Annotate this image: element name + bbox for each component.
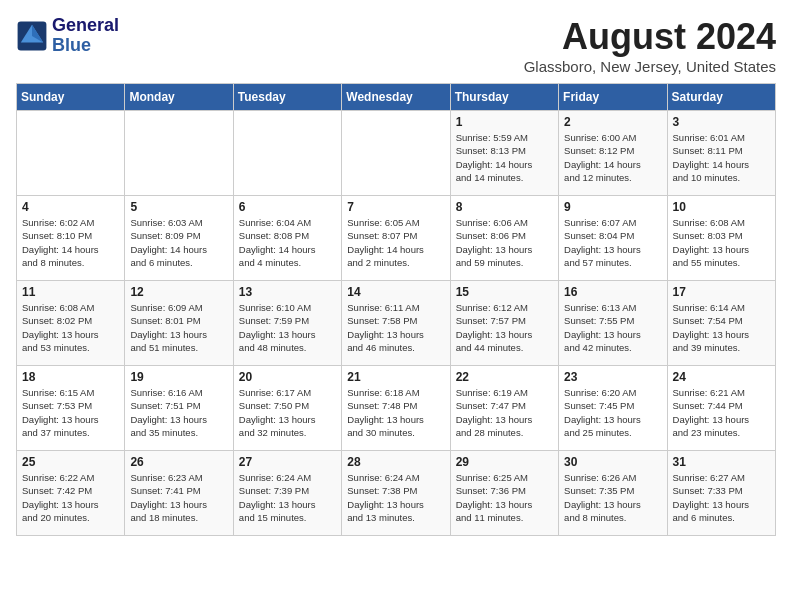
day-info: Sunrise: 6:11 AM Sunset: 7:58 PM Dayligh… (347, 301, 444, 354)
day-number: 23 (564, 370, 661, 384)
day-info: Sunrise: 6:09 AM Sunset: 8:01 PM Dayligh… (130, 301, 227, 354)
calendar-cell: 10Sunrise: 6:08 AM Sunset: 8:03 PM Dayli… (667, 196, 775, 281)
day-number: 2 (564, 115, 661, 129)
calendar-cell: 24Sunrise: 6:21 AM Sunset: 7:44 PM Dayli… (667, 366, 775, 451)
calendar-cell: 15Sunrise: 6:12 AM Sunset: 7:57 PM Dayli… (450, 281, 558, 366)
day-number: 30 (564, 455, 661, 469)
day-info: Sunrise: 6:04 AM Sunset: 8:08 PM Dayligh… (239, 216, 336, 269)
day-number: 8 (456, 200, 553, 214)
day-info: Sunrise: 6:13 AM Sunset: 7:55 PM Dayligh… (564, 301, 661, 354)
calendar-cell: 6Sunrise: 6:04 AM Sunset: 8:08 PM Daylig… (233, 196, 341, 281)
day-info: Sunrise: 5:59 AM Sunset: 8:13 PM Dayligh… (456, 131, 553, 184)
calendar-cell: 11Sunrise: 6:08 AM Sunset: 8:02 PM Dayli… (17, 281, 125, 366)
day-number: 25 (22, 455, 119, 469)
day-number: 12 (130, 285, 227, 299)
calendar-week-row: 25Sunrise: 6:22 AM Sunset: 7:42 PM Dayli… (17, 451, 776, 536)
day-number: 28 (347, 455, 444, 469)
day-number: 13 (239, 285, 336, 299)
calendar-week-row: 18Sunrise: 6:15 AM Sunset: 7:53 PM Dayli… (17, 366, 776, 451)
day-number: 27 (239, 455, 336, 469)
day-number: 19 (130, 370, 227, 384)
day-info: Sunrise: 6:18 AM Sunset: 7:48 PM Dayligh… (347, 386, 444, 439)
day-number: 31 (673, 455, 770, 469)
calendar-cell: 17Sunrise: 6:14 AM Sunset: 7:54 PM Dayli… (667, 281, 775, 366)
day-info: Sunrise: 6:12 AM Sunset: 7:57 PM Dayligh… (456, 301, 553, 354)
calendar-cell: 29Sunrise: 6:25 AM Sunset: 7:36 PM Dayli… (450, 451, 558, 536)
day-number: 6 (239, 200, 336, 214)
calendar-table: SundayMondayTuesdayWednesdayThursdayFrid… (16, 83, 776, 536)
calendar-cell: 30Sunrise: 6:26 AM Sunset: 7:35 PM Dayli… (559, 451, 667, 536)
calendar-cell: 7Sunrise: 6:05 AM Sunset: 8:07 PM Daylig… (342, 196, 450, 281)
day-number: 9 (564, 200, 661, 214)
weekday-header-thursday: Thursday (450, 84, 558, 111)
weekday-header-wednesday: Wednesday (342, 84, 450, 111)
calendar-cell: 16Sunrise: 6:13 AM Sunset: 7:55 PM Dayli… (559, 281, 667, 366)
calendar-cell: 12Sunrise: 6:09 AM Sunset: 8:01 PM Dayli… (125, 281, 233, 366)
day-number: 5 (130, 200, 227, 214)
day-info: Sunrise: 6:25 AM Sunset: 7:36 PM Dayligh… (456, 471, 553, 524)
day-info: Sunrise: 6:17 AM Sunset: 7:50 PM Dayligh… (239, 386, 336, 439)
day-number: 17 (673, 285, 770, 299)
page-header: GeneralBlue August 2024 Glassboro, New J… (16, 16, 776, 75)
day-info: Sunrise: 6:05 AM Sunset: 8:07 PM Dayligh… (347, 216, 444, 269)
day-info: Sunrise: 6:24 AM Sunset: 7:39 PM Dayligh… (239, 471, 336, 524)
calendar-cell: 14Sunrise: 6:11 AM Sunset: 7:58 PM Dayli… (342, 281, 450, 366)
day-number: 1 (456, 115, 553, 129)
day-info: Sunrise: 6:24 AM Sunset: 7:38 PM Dayligh… (347, 471, 444, 524)
calendar-cell: 31Sunrise: 6:27 AM Sunset: 7:33 PM Dayli… (667, 451, 775, 536)
day-number: 18 (22, 370, 119, 384)
calendar-cell: 18Sunrise: 6:15 AM Sunset: 7:53 PM Dayli… (17, 366, 125, 451)
day-info: Sunrise: 6:08 AM Sunset: 8:03 PM Dayligh… (673, 216, 770, 269)
weekday-header-saturday: Saturday (667, 84, 775, 111)
logo-icon (16, 20, 48, 52)
day-number: 10 (673, 200, 770, 214)
calendar-cell: 5Sunrise: 6:03 AM Sunset: 8:09 PM Daylig… (125, 196, 233, 281)
calendar-cell: 27Sunrise: 6:24 AM Sunset: 7:39 PM Dayli… (233, 451, 341, 536)
day-info: Sunrise: 6:02 AM Sunset: 8:10 PM Dayligh… (22, 216, 119, 269)
weekday-header-tuesday: Tuesday (233, 84, 341, 111)
weekday-header-friday: Friday (559, 84, 667, 111)
calendar-cell: 25Sunrise: 6:22 AM Sunset: 7:42 PM Dayli… (17, 451, 125, 536)
calendar-cell: 8Sunrise: 6:06 AM Sunset: 8:06 PM Daylig… (450, 196, 558, 281)
day-number: 16 (564, 285, 661, 299)
day-info: Sunrise: 6:00 AM Sunset: 8:12 PM Dayligh… (564, 131, 661, 184)
day-info: Sunrise: 6:20 AM Sunset: 7:45 PM Dayligh… (564, 386, 661, 439)
calendar-cell: 20Sunrise: 6:17 AM Sunset: 7:50 PM Dayli… (233, 366, 341, 451)
calendar-cell: 21Sunrise: 6:18 AM Sunset: 7:48 PM Dayli… (342, 366, 450, 451)
day-info: Sunrise: 6:22 AM Sunset: 7:42 PM Dayligh… (22, 471, 119, 524)
day-info: Sunrise: 6:19 AM Sunset: 7:47 PM Dayligh… (456, 386, 553, 439)
day-info: Sunrise: 6:15 AM Sunset: 7:53 PM Dayligh… (22, 386, 119, 439)
day-info: Sunrise: 6:08 AM Sunset: 8:02 PM Dayligh… (22, 301, 119, 354)
calendar-cell: 13Sunrise: 6:10 AM Sunset: 7:59 PM Dayli… (233, 281, 341, 366)
calendar-cell (125, 111, 233, 196)
title-section: August 2024 Glassboro, New Jersey, Unite… (524, 16, 776, 75)
day-info: Sunrise: 6:21 AM Sunset: 7:44 PM Dayligh… (673, 386, 770, 439)
calendar-cell: 9Sunrise: 6:07 AM Sunset: 8:04 PM Daylig… (559, 196, 667, 281)
day-info: Sunrise: 6:10 AM Sunset: 7:59 PM Dayligh… (239, 301, 336, 354)
day-info: Sunrise: 6:27 AM Sunset: 7:33 PM Dayligh… (673, 471, 770, 524)
day-info: Sunrise: 6:16 AM Sunset: 7:51 PM Dayligh… (130, 386, 227, 439)
day-number: 7 (347, 200, 444, 214)
day-number: 4 (22, 200, 119, 214)
calendar-cell: 3Sunrise: 6:01 AM Sunset: 8:11 PM Daylig… (667, 111, 775, 196)
calendar-cell: 4Sunrise: 6:02 AM Sunset: 8:10 PM Daylig… (17, 196, 125, 281)
calendar-cell: 1Sunrise: 5:59 AM Sunset: 8:13 PM Daylig… (450, 111, 558, 196)
calendar-week-row: 1Sunrise: 5:59 AM Sunset: 8:13 PM Daylig… (17, 111, 776, 196)
logo-text: GeneralBlue (52, 16, 119, 56)
weekday-header-sunday: Sunday (17, 84, 125, 111)
day-number: 24 (673, 370, 770, 384)
day-info: Sunrise: 6:07 AM Sunset: 8:04 PM Dayligh… (564, 216, 661, 269)
day-info: Sunrise: 6:03 AM Sunset: 8:09 PM Dayligh… (130, 216, 227, 269)
location-title: Glassboro, New Jersey, United States (524, 58, 776, 75)
day-number: 22 (456, 370, 553, 384)
calendar-cell: 26Sunrise: 6:23 AM Sunset: 7:41 PM Dayli… (125, 451, 233, 536)
calendar-cell: 22Sunrise: 6:19 AM Sunset: 7:47 PM Dayli… (450, 366, 558, 451)
logo: GeneralBlue (16, 16, 119, 56)
calendar-cell (17, 111, 125, 196)
month-title: August 2024 (524, 16, 776, 58)
day-info: Sunrise: 6:06 AM Sunset: 8:06 PM Dayligh… (456, 216, 553, 269)
calendar-cell (233, 111, 341, 196)
day-number: 29 (456, 455, 553, 469)
day-number: 21 (347, 370, 444, 384)
calendar-cell: 28Sunrise: 6:24 AM Sunset: 7:38 PM Dayli… (342, 451, 450, 536)
